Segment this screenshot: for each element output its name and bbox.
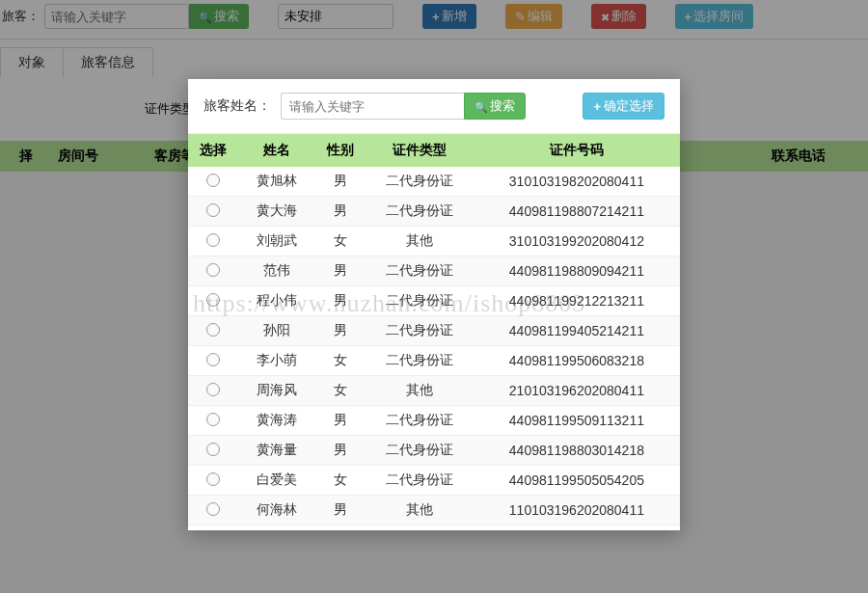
cell-idtype: 二代身份证 [366,346,474,376]
cell-name: 范伟 [237,256,316,286]
table-row[interactable]: 黄旭玲女二代身份证440981199405214211 [188,526,680,531]
cell-idno: 440981198803014218 [474,436,680,466]
cell-name: 程小伟 [237,286,316,316]
cell-idno: 310103198202080411 [474,167,680,197]
table-row[interactable]: 范伟男二代身份证440981198809094211 [188,256,680,286]
modal-overlay: 旅客姓名： 搜索 确定选择 选择 姓名 性别 [0,0,868,593]
cell-idtype: 二代身份证 [366,197,474,227]
table-row[interactable]: 孙阳男二代身份证440981199405214211 [188,316,680,346]
modal-search-button[interactable]: 搜索 [464,93,526,120]
cell-gender: 男 [316,436,366,466]
cell-name: 白爱美 [237,466,316,496]
table-row[interactable]: 程小伟男二代身份证440981199212213211 [188,286,680,316]
cell-name: 黄海量 [237,436,316,466]
cell-idno: 310103199202080412 [474,227,680,256]
table-row[interactable]: 黄旭林男二代身份证310103198202080411 [188,167,680,197]
plus-icon [593,99,601,114]
cell-gender: 女 [316,376,366,406]
cell-idno: 440981198807214211 [474,197,680,227]
cell-idtype: 其他 [366,376,474,406]
cell-idtype: 二代身份证 [366,167,474,197]
table-row[interactable]: 李小萌女二代身份证440981199506083218 [188,346,680,376]
cell-idno: 440981199405214211 [474,526,680,531]
cell-name: 孙阳 [237,316,316,346]
row-radio[interactable] [206,383,220,396]
col-name: 姓名 [237,134,316,167]
cell-gender: 男 [316,167,366,197]
row-radio[interactable] [206,233,220,247]
cell-gender: 男 [316,197,366,227]
cell-name: 李小萌 [237,346,316,376]
table-row[interactable]: 黄海量男二代身份证440981198803014218 [188,436,680,466]
cell-gender: 女 [316,466,366,496]
cell-idtype: 二代身份证 [366,316,474,346]
cell-gender: 女 [316,227,366,256]
cell-idtype: 二代身份证 [366,466,474,496]
table-row[interactable]: 黄海涛男二代身份证440981199509113211 [188,406,680,436]
cell-name: 刘朝武 [237,227,316,256]
cell-gender: 男 [316,496,366,526]
cell-gender: 男 [316,286,366,316]
table-row[interactable]: 黄大海男二代身份证440981198807214211 [188,197,680,227]
cell-name: 黄海涛 [237,406,316,436]
col-select: 选择 [188,134,237,167]
cell-gender: 女 [316,526,366,531]
modal-search-input[interactable] [281,93,464,120]
cell-gender: 男 [316,316,366,346]
cell-idno: 440981199509113211 [474,406,680,436]
row-radio[interactable] [206,502,220,516]
guest-picker-modal: 旅客姓名： 搜索 确定选择 选择 姓名 性别 [188,79,680,530]
cell-gender: 男 [316,406,366,436]
modal-search-group: 搜索 [281,93,526,120]
cell-idtype: 二代身份证 [366,526,474,531]
cell-idno: 440981199212213211 [474,286,680,316]
modal-search-btn-label: 搜索 [490,97,515,115]
row-radio[interactable] [206,263,220,277]
modal-body[interactable]: 选择 姓名 性别 证件类型 证件号码 黄旭林男二代身份证310103198202… [188,133,680,530]
cell-idno: 210103196202080411 [474,376,680,406]
guest-table: 选择 姓名 性别 证件类型 证件号码 黄旭林男二代身份证310103198202… [188,134,680,530]
cell-idtype: 其他 [366,496,474,526]
row-radio[interactable] [206,293,220,307]
cell-idtype: 二代身份证 [366,286,474,316]
confirm-select-button[interactable]: 确定选择 [583,93,665,120]
cell-gender: 女 [316,346,366,376]
row-radio[interactable] [206,203,220,217]
cell-idno: 440981199405214211 [474,316,680,346]
search-icon [475,99,488,114]
cell-name: 黄旭林 [237,167,316,197]
row-radio[interactable] [206,443,220,456]
cell-idno: 440981198809094211 [474,256,680,286]
col-gender: 性别 [316,134,366,167]
table-row[interactable]: 白爱美女二代身份证440981199505054205 [188,466,680,496]
cell-idtype: 二代身份证 [366,406,474,436]
row-radio[interactable] [206,472,220,486]
cell-name: 何海林 [237,496,316,526]
cell-name: 周海风 [237,376,316,406]
row-radio[interactable] [206,174,220,187]
col-idno: 证件号码 [474,134,680,167]
table-row[interactable]: 何海林男其他110103196202080411 [188,496,680,526]
cell-idtype: 其他 [366,227,474,256]
cell-name: 黄大海 [237,197,316,227]
cell-idno: 440981199506083218 [474,346,680,376]
cell-gender: 男 [316,256,366,286]
modal-header: 旅客姓名： 搜索 确定选择 [188,79,680,133]
row-radio[interactable] [206,353,220,366]
row-radio[interactable] [206,323,220,337]
guest-table-header-row: 选择 姓名 性别 证件类型 证件号码 [188,134,680,167]
cell-idtype: 二代身份证 [366,436,474,466]
col-idtype: 证件类型 [366,134,474,167]
cell-idtype: 二代身份证 [366,256,474,286]
modal-name-label: 旅客姓名： [203,97,271,115]
confirm-btn-label: 确定选择 [604,97,654,115]
cell-idno: 440981199505054205 [474,466,680,496]
cell-idno: 110103196202080411 [474,496,680,526]
cell-name: 黄旭玲 [237,526,316,531]
row-radio[interactable] [206,413,220,426]
table-row[interactable]: 周海风女其他210103196202080411 [188,376,680,406]
table-row[interactable]: 刘朝武女其他310103199202080412 [188,227,680,256]
